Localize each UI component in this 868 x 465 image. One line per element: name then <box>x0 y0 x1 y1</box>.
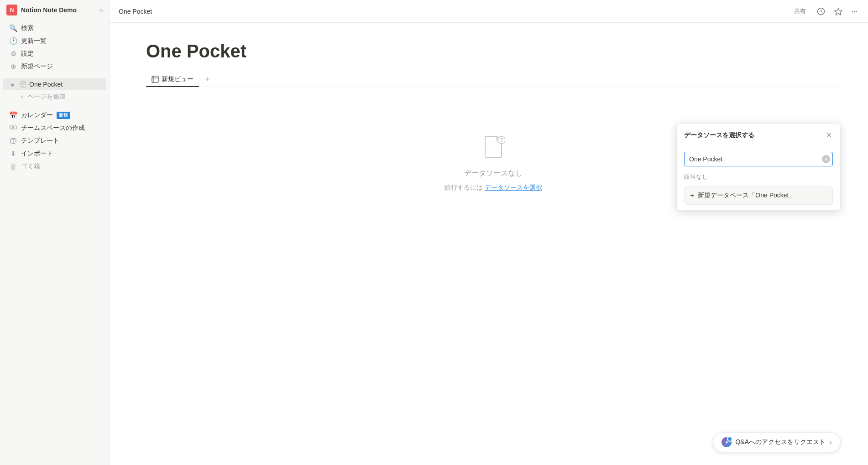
modal-title: データソースを選択する <box>684 131 754 140</box>
page-one-pocket-label: One Pocket <box>29 81 63 88</box>
datasource-modal: データソースを選択する ✕ ✕ 該当なし + 新規データベース「One Pock… <box>676 123 841 211</box>
sidebar-item-calendar[interactable]: 📅 カレンダー 新規 <box>3 109 106 122</box>
page-document-icon <box>19 80 27 88</box>
empty-state-icon: ? <box>481 134 505 163</box>
sidebar-item-search[interactable]: 🔍 検索 <box>3 22 106 35</box>
topbar-breadcrumb: One Pocket <box>119 8 785 15</box>
search-icon: 🔍 <box>9 24 17 32</box>
create-database-button[interactable]: + 新規データベース「One Pocket」 <box>684 186 833 205</box>
modal-overlay: データソースを選択する ✕ ✕ 該当なし + 新規データベース「One Pock… <box>110 23 868 465</box>
sidebar-item-settings[interactable]: ⚙ 設定 <box>3 47 106 60</box>
datasource-search-input[interactable] <box>684 152 833 166</box>
sidebar-item-import[interactable]: ⬇ インポート <box>3 147 106 160</box>
teamspace-icon <box>9 124 17 132</box>
svg-rect-15 <box>152 76 158 83</box>
calendar-label: カレンダー <box>21 111 53 119</box>
tab-new-view[interactable]: 新規ビュー <box>146 72 199 87</box>
main-content: One Pocket 共有 ··· One Pocket <box>110 0 868 465</box>
qa-access-button[interactable]: ✦ Q&Aへのアクセスをリクエスト › <box>713 432 841 452</box>
sidebar-item-new-page-label: 新規ページ <box>21 62 53 71</box>
trash-label: ゴミ箱 <box>21 162 40 170</box>
datasource-link[interactable]: データソースを選択 <box>485 184 542 191</box>
sidebar: N Notion Note Demo ◇ 🔍 検索 🕐 更新一覧 ⚙ 設定 ⊕ … <box>0 0 110 465</box>
qa-arrow-icon: › <box>829 438 832 447</box>
pages-section: ▶ One Pocket + ページを追加 <box>0 78 109 103</box>
sidebar-item-new-page[interactable]: ⊕ 新規ページ <box>3 60 106 73</box>
import-icon: ⬇ <box>9 150 17 158</box>
calendar-icon: 📅 <box>9 111 17 119</box>
add-view-button[interactable]: + <box>201 73 214 86</box>
svg-rect-7 <box>10 126 13 129</box>
no-results-text: 該当なし <box>684 171 833 185</box>
qa-icon: ✦ <box>722 437 732 447</box>
trash-icon: 🗑 <box>9 162 17 170</box>
modal-close-button[interactable]: ✕ <box>825 130 833 140</box>
sidebar-item-updates-label: 更新一覧 <box>21 37 47 45</box>
svg-marker-14 <box>835 8 842 15</box>
topbar: One Pocket 共有 ··· <box>110 0 868 23</box>
share-button[interactable]: 共有 <box>790 5 810 17</box>
more-icon: ··· <box>852 6 857 16</box>
sidebar-add-page[interactable]: + ページを追加 <box>3 90 106 103</box>
sidebar-page-one-pocket[interactable]: ▶ One Pocket <box>3 78 106 90</box>
template-label: テンプレート <box>21 137 59 145</box>
add-page-label: ページを追加 <box>27 93 66 101</box>
clock-icon: 🕐 <box>9 37 17 45</box>
workspace-name: Notion Note Demo <box>21 6 95 14</box>
sidebar-item-trash[interactable]: 🗑 ゴミ箱 <box>3 160 106 173</box>
tab-new-view-label: 新規ビュー <box>162 75 193 83</box>
qa-button-label: Q&Aへのアクセスをリクエスト <box>735 438 826 446</box>
search-wrapper: ✕ <box>684 152 833 166</box>
workspace-chevron-icon: ◇ <box>99 7 103 13</box>
calendar-new-badge: 新規 <box>57 112 70 119</box>
sidebar-item-updates[interactable]: 🕐 更新一覧 <box>3 35 106 47</box>
sidebar-nav: 🔍 検索 🕐 更新一覧 ⚙ 設定 ⊕ 新規ページ <box>0 20 109 75</box>
more-button[interactable]: ··· <box>850 5 859 18</box>
import-label: インポート <box>21 150 53 158</box>
plus-circle-icon: ⊕ <box>9 62 17 71</box>
table-icon <box>152 76 159 83</box>
plus-icon: + <box>690 191 694 200</box>
svg-text:?: ? <box>500 137 503 143</box>
favorite-button[interactable] <box>832 5 844 17</box>
empty-state-title: データソースなし <box>464 169 523 178</box>
page-body: One Pocket 新規ビュー + <box>110 23 868 465</box>
sidebar-divider-1 <box>6 106 103 106</box>
create-database-label: 新規データベース「One Pocket」 <box>698 191 795 200</box>
history-button[interactable] <box>815 5 827 17</box>
search-clear-button[interactable]: ✕ <box>822 155 830 163</box>
view-tabs: 新規ビュー + <box>146 72 841 87</box>
modal-header: データソースを選択する ✕ <box>677 124 840 146</box>
workspace-header[interactable]: N Notion Note Demo ◇ <box>0 0 109 20</box>
sidebar-item-settings-label: 設定 <box>21 50 34 58</box>
template-icon <box>9 137 17 145</box>
sidebar-item-search-label: 検索 <box>21 24 34 32</box>
workspace-icon: N <box>6 5 17 16</box>
page-chevron-icon[interactable]: ▶ <box>9 80 17 88</box>
topbar-actions: 共有 ··· <box>790 5 859 18</box>
sidebar-item-teamspace[interactable]: チームスペースの作成 <box>3 122 106 134</box>
svg-rect-8 <box>14 126 16 129</box>
gear-icon: ⚙ <box>9 50 17 58</box>
modal-body: ✕ 該当なし + 新規データベース「One Pocket」 <box>677 146 840 210</box>
empty-state-subtitle: 続行するには データソースを選択 <box>444 184 542 192</box>
teamspace-label: チームスペースの作成 <box>21 124 85 132</box>
add-icon: + <box>20 93 24 100</box>
sidebar-item-template[interactable]: テンプレート <box>3 134 106 147</box>
page-title: One Pocket <box>146 41 841 62</box>
